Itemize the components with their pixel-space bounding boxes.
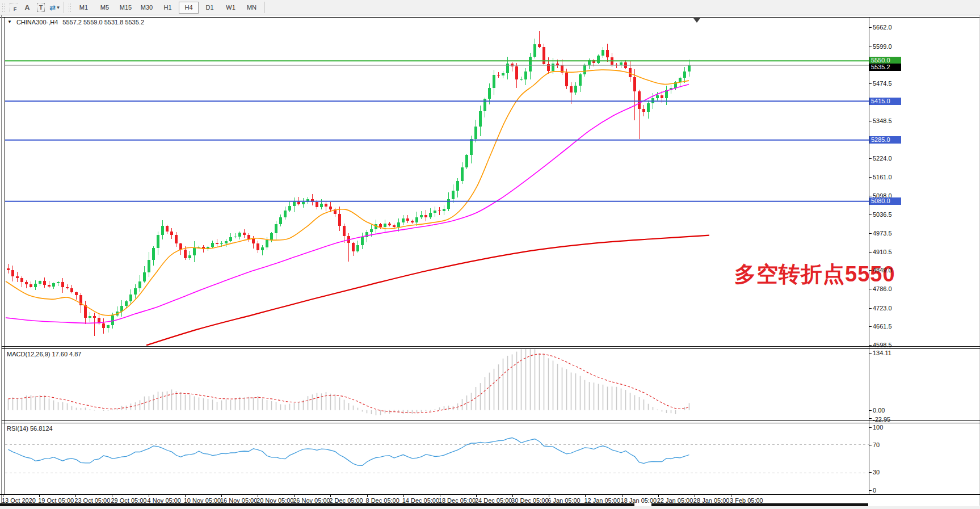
chevron-down-icon[interactable]: ▾: [57, 5, 60, 10]
text-tool-glyph: T: [37, 3, 45, 12]
candle-up: [647, 103, 650, 112]
grid-f-icon[interactable]: F: [7, 2, 20, 13]
timeframe-button-h1[interactable]: H1: [158, 2, 178, 14]
candle-up: [320, 204, 323, 207]
candle-down: [379, 224, 382, 227]
timeframe-button-w1[interactable]: W1: [221, 2, 241, 14]
timeframe-button-m15[interactable]: M15: [116, 2, 136, 14]
price-tick-label: 4723.0: [873, 305, 892, 312]
candle-up: [143, 272, 146, 281]
ohlc-values: 5557.2 5559.0 5531.8 5535.2: [62, 19, 144, 26]
candle-up: [152, 248, 155, 260]
candle-up: [193, 247, 196, 255]
candle-down: [556, 64, 559, 65]
candle-down: [252, 239, 255, 243]
candle-up: [220, 243, 223, 244]
timeframe-button-m1[interactable]: M1: [74, 2, 94, 14]
candle-down: [84, 305, 87, 318]
cursor-a-glyph: A: [24, 3, 30, 12]
macd-axis-min: -22.95: [873, 416, 890, 423]
candle-down: [411, 221, 414, 223]
chart-canvas[interactable]: [0, 0, 980, 509]
cycles-glyph: ⇄: [49, 3, 56, 12]
text-tool-icon[interactable]: T: [35, 2, 47, 13]
date-tick-label: 19 Oct 05:00: [38, 497, 74, 504]
candle-up: [656, 95, 659, 98]
grid-f-glyph: F: [10, 3, 18, 12]
candle-up: [688, 65, 691, 71]
date-tick-label: 6 Jan 05:00: [548, 497, 581, 504]
timeframe-button-m5[interactable]: M5: [95, 2, 115, 14]
candle-up: [683, 71, 686, 78]
candle-down: [70, 288, 73, 292]
symbol-dropdown-icon[interactable]: ▼: [7, 19, 12, 26]
candle-down: [388, 224, 391, 225]
rsi-axis-label: 100: [873, 424, 883, 431]
date-tick-label: 12 Jan 05:00: [584, 497, 620, 504]
chart-annotation-text[interactable]: 多空转折点5550: [734, 260, 895, 289]
toolbar-separator: [64, 2, 64, 13]
candle-up: [470, 139, 473, 155]
candle-up: [57, 282, 60, 284]
timeframe-button-h4[interactable]: H4: [179, 2, 199, 14]
candle-up: [529, 57, 532, 71]
date-tick-label: 26 Nov 05:00: [293, 497, 330, 504]
date-tick-label: 13 Oct 2020: [2, 497, 36, 504]
candle-up: [275, 224, 277, 233]
candle-down: [438, 211, 441, 211]
candle-up: [474, 127, 477, 139]
candle-down: [497, 75, 500, 75]
candle-down: [538, 44, 541, 47]
candle-up: [279, 217, 282, 224]
candle-up: [429, 213, 432, 217]
symbol-ohlc-line: ▼ CHINA300-,H4 5557.2 5559.0 5531.8 5535…: [7, 19, 144, 26]
price-tick-label: 4598.5: [873, 342, 892, 348]
macd-indicator-label: MACD(12,26,9) 17.60 4.87: [7, 351, 81, 357]
candle-up: [447, 199, 450, 209]
candle-down: [170, 232, 173, 235]
candle-down: [542, 47, 545, 64]
candle-up: [384, 224, 386, 227]
candle-up: [284, 211, 287, 218]
candle-up: [234, 237, 237, 237]
candle-up: [552, 64, 554, 71]
price-tick-label: 5036.5: [873, 211, 892, 218]
date-tick-label: 10 Nov 05:00: [184, 497, 221, 504]
candle-down: [25, 282, 28, 284]
price-tick-label: 4973.5: [873, 230, 892, 237]
candle-down: [547, 64, 550, 71]
toolbar: F A T ⇄ ▾ M1M5M15M30H1H4D1W1MN: [0, 0, 980, 15]
candle-down: [424, 215, 427, 217]
rsi-axis-label: 70: [873, 441, 880, 448]
candle-up: [197, 247, 200, 247]
date-tick-label: 20 Nov 05:00: [256, 497, 293, 504]
price-tick-label: 5348.5: [873, 117, 892, 124]
candle-down: [642, 109, 645, 112]
candle-up: [370, 229, 373, 232]
timeframe-button-mn[interactable]: MN: [242, 2, 262, 14]
toolbar-drag-handle[interactable]: [2, 2, 5, 12]
symbol-name: CHINA300-,H4: [16, 19, 58, 26]
candle-up: [288, 206, 291, 210]
macd-axis-zero: 0.00: [873, 407, 885, 414]
candle-down: [247, 235, 250, 239]
candle-up: [238, 233, 241, 237]
date-tick-label: 23 Oct 05:00: [74, 497, 110, 504]
candle-down: [20, 278, 23, 282]
candle-up: [266, 240, 268, 247]
cycles-icon[interactable]: ⇄ ▾: [48, 2, 61, 13]
timeframe-button-m30[interactable]: M30: [137, 2, 157, 14]
timeframe-button-d1[interactable]: D1: [200, 2, 220, 14]
candle-down: [565, 73, 568, 87]
candle-up: [39, 281, 41, 284]
candle-down: [316, 202, 318, 207]
candle-up: [493, 75, 495, 87]
candle-down: [633, 77, 636, 91]
candle-down: [61, 282, 64, 288]
price-tick-label: 4849.0: [873, 267, 892, 274]
date-tick-label: 18 Dec 05:00: [439, 497, 476, 504]
candle-up: [456, 181, 459, 191]
cursor-a-icon[interactable]: A: [21, 2, 33, 13]
toolbar-drag-handle-2[interactable]: [68, 2, 71, 12]
candle-up: [157, 235, 159, 248]
